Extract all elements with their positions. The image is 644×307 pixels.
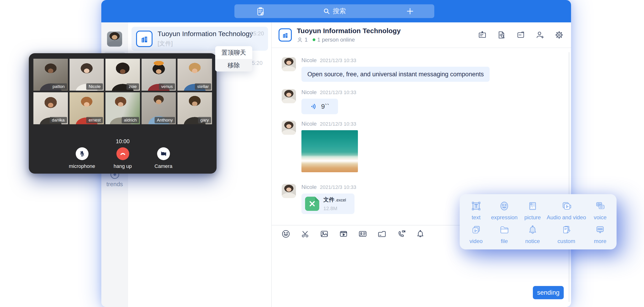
hang-up-label: hang up: [109, 163, 136, 169]
attach-label: picture: [518, 214, 546, 221]
picture-attach-icon: [518, 200, 546, 212]
camera-off-button[interactable]: [157, 147, 170, 160]
member-icon: [297, 37, 303, 43]
attach-item-more[interactable]: more: [586, 223, 614, 245]
participant-name: stellar: [195, 83, 211, 90]
attach-label: text: [462, 214, 490, 221]
image-message-thumbnail[interactable]: [302, 130, 358, 172]
chat-history-search-icon[interactable]: [496, 30, 506, 40]
chat-header-actions: [477, 30, 564, 40]
sender-avatar[interactable]: [282, 89, 296, 103]
custom-icon: [546, 223, 586, 236]
picture-icon[interactable]: [319, 229, 329, 239]
message-voice: Nicole 2021/12/3 10:33 9``: [282, 89, 356, 114]
trends-label: trends: [101, 181, 128, 188]
chat-title: Tuoyun Information Technology: [297, 27, 401, 35]
attach-item-text[interactable]: text: [462, 200, 490, 222]
contact-card-icon[interactable]: [358, 229, 368, 239]
participant-name: ernest: [86, 117, 103, 123]
sender-avatar[interactable]: [282, 184, 296, 198]
conversation-texts: Tuoyun Information Technology [文件]: [158, 30, 250, 47]
participant-tile[interactable]: aldrich: [106, 92, 140, 124]
building-icon: [281, 31, 289, 39]
attach-item-notice[interactable]: notice: [518, 223, 546, 245]
attachment-panel: text expression picture: [460, 194, 616, 250]
excel-file-icon: [305, 197, 319, 211]
settings-gear-icon[interactable]: [554, 30, 564, 40]
menu-item-pin-chat[interactable]: 置顶聊天: [215, 46, 252, 59]
participant-tile[interactable]: stellar: [178, 59, 212, 91]
add-member-icon[interactable]: [535, 30, 545, 40]
participant-name: venus: [159, 83, 175, 90]
message-file: Nicole 2021/12/3 10:33 文件.excel 12.8M: [282, 184, 356, 214]
sender-avatar[interactable]: [282, 57, 296, 71]
participant-tile[interactable]: Anthony: [142, 92, 176, 124]
more-icon: [586, 223, 614, 236]
attach-item-audio-video[interactable]: Audio and video: [546, 200, 586, 222]
search-bar[interactable]: 搜索: [234, 4, 434, 18]
chat-main: Tuoyun Information Technology 1 1 person…: [272, 22, 571, 307]
participant-tile[interactable]: danika: [34, 92, 68, 124]
user-avatar[interactable]: [107, 31, 122, 47]
folder-icon[interactable]: [377, 229, 387, 239]
attach-item-file[interactable]: file: [490, 223, 518, 245]
call-controls: microphone hang up Camer: [29, 147, 216, 169]
chat-header-texts: Tuoyun Information Technology 1 1 person…: [297, 27, 401, 43]
expression-icon: [490, 200, 518, 212]
scrollbar[interactable]: [568, 52, 570, 302]
attach-label: custom: [546, 238, 586, 244]
participant-name: patton: [50, 83, 67, 90]
video-clip-icon[interactable]: [338, 229, 348, 239]
participant-tile[interactable]: zoie: [106, 59, 140, 91]
building-icon: [140, 34, 149, 44]
organization-avatar: [278, 28, 292, 41]
participant-name: Nicole: [86, 83, 103, 90]
participant-tile[interactable]: patton: [34, 59, 68, 91]
plus-icon[interactable]: [406, 7, 414, 17]
attach-label: voice: [586, 214, 614, 221]
microphone-off-button[interactable]: [76, 147, 88, 160]
attach-item-voice[interactable]: voice: [586, 200, 614, 222]
file-icon[interactable]: [516, 30, 526, 40]
camera-label: Camera: [150, 163, 177, 169]
voice-message-bubble[interactable]: 9``: [302, 99, 338, 114]
participant-tile[interactable]: venus: [142, 59, 176, 91]
message-bubble: Open source, free, and universal instant…: [302, 67, 490, 82]
participant-grid: patton Nicole zoie venus stellar danika …: [34, 59, 212, 124]
emoji-icon[interactable]: [281, 229, 291, 239]
attach-item-video[interactable]: video: [462, 223, 490, 245]
file-message-card[interactable]: 文件.excel 12.8M: [302, 194, 354, 214]
attach-label: expression: [490, 214, 518, 221]
hang-up-button[interactable]: [116, 147, 129, 160]
attach-label: Audio and video: [546, 214, 586, 221]
search-area: 搜索: [234, 4, 434, 18]
attach-item-custom[interactable]: custom: [546, 223, 586, 245]
voice-wave-icon: [310, 103, 318, 110]
online-dot: [312, 38, 315, 41]
message-time: 2021/12/3 10:33: [320, 89, 356, 95]
attach-label: notice: [518, 238, 546, 244]
message-image: Nicole 2021/12/3 10:33: [282, 121, 358, 172]
voice-attach-icon: [586, 200, 614, 212]
audio-video-icon: [546, 200, 586, 212]
attach-item-expression[interactable]: expression: [490, 200, 518, 222]
attach-item-picture[interactable]: picture: [518, 200, 546, 222]
menu-item-remove[interactable]: 移除: [215, 59, 252, 71]
participant-tile[interactable]: gary: [178, 92, 212, 124]
screenshot-scissors-icon[interactable]: [300, 229, 310, 239]
bulletin-board-icon[interactable]: [477, 30, 487, 40]
online-status: 1 person online: [317, 36, 355, 43]
microphone-label: microphone: [68, 163, 95, 169]
participant-tile[interactable]: ernest: [70, 92, 104, 124]
participant-tile[interactable]: Nicole: [70, 59, 104, 91]
voice-duration: 9``: [321, 103, 329, 110]
sender-avatar[interactable]: [282, 121, 296, 135]
video-call-icon[interactable]: [396, 229, 406, 239]
participant-name: zoie: [126, 83, 139, 90]
notification-bell-icon[interactable]: [415, 229, 425, 239]
message-time: 2021/12/3 10:33: [320, 184, 356, 190]
video-attach-icon: [462, 223, 490, 236]
conversation-time: 15:20: [250, 30, 264, 37]
conversation-title: Tuoyun Information Technology: [158, 30, 250, 38]
send-button[interactable]: sending: [533, 286, 564, 299]
